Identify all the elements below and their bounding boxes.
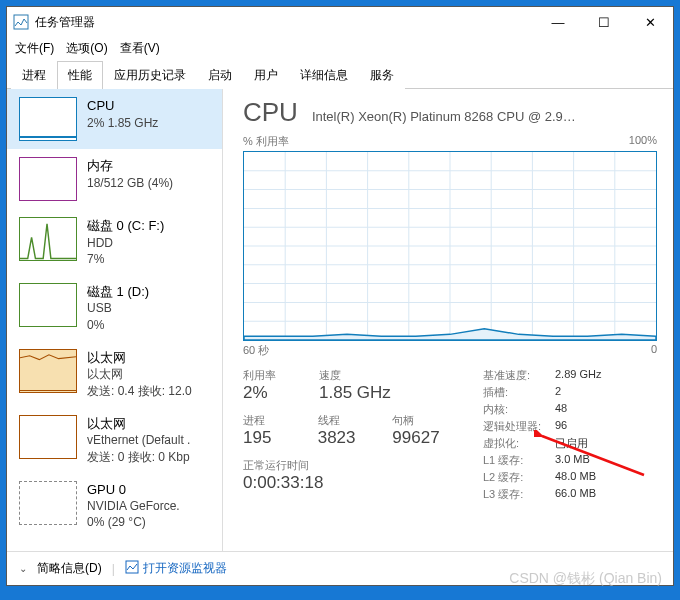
tab-startup[interactable]: 启动 [197, 61, 243, 89]
menu-options[interactable]: 选项(O) [66, 40, 107, 57]
sidebar-item-ethernet1[interactable]: 以太网vEthernet (Default .发送: 0 接收: 0 Kbp [7, 407, 222, 473]
sidebar-eth0-title: 以太网 [87, 349, 192, 367]
uptime-value: 0:00:33:18 [243, 473, 443, 493]
close-button[interactable]: ✕ [627, 7, 673, 37]
sockets: 2 [555, 385, 561, 400]
sidebar-cpu-title: CPU [87, 97, 158, 115]
tab-users[interactable]: 用户 [243, 61, 289, 89]
sidebar-disk0-title: 磁盘 0 (C: F:) [87, 217, 164, 235]
handles-value: 99627 [392, 428, 443, 448]
perf-sidebar[interactable]: CPU2% 1.85 GHz 内存18/512 GB (4%) 磁盘 0 (C:… [7, 89, 223, 551]
ethernet-thumb-icon [19, 349, 77, 393]
footer: ⌄ 简略信息(D) | 打开资源监视器 [7, 551, 673, 585]
disk-thumb-icon [19, 217, 77, 261]
processes-value: 195 [243, 428, 294, 448]
sidebar-disk1-title: 磁盘 1 (D:) [87, 283, 149, 301]
resource-monitor-icon [125, 560, 139, 577]
minimize-button[interactable]: — [535, 7, 581, 37]
sidebar-item-disk1[interactable]: 磁盘 1 (D:)USB0% [7, 275, 222, 341]
tab-performance[interactable]: 性能 [57, 61, 103, 89]
sidebar-item-gpu0[interactable]: GPU 0NVIDIA GeForce.0% (29 °C) [7, 473, 222, 539]
l3-cache: 66.0 MB [555, 487, 596, 502]
x-right: 0 [651, 343, 657, 358]
disk-thumb-icon [19, 283, 77, 327]
sidebar-mem-sub: 18/512 GB (4%) [87, 175, 173, 191]
base-speed: 2.89 GHz [555, 368, 601, 383]
tab-app-history[interactable]: 应用历史记录 [103, 61, 197, 89]
cpu-heading: CPU [243, 97, 298, 128]
sidebar-item-memory[interactable]: 内存18/512 GB (4%) [7, 149, 222, 209]
window-title: 任务管理器 [35, 14, 95, 31]
tabstrip: 进程 性能 应用历史记录 启动 用户 详细信息 服务 [7, 59, 673, 89]
sidebar-item-disk0[interactable]: 磁盘 0 (C: F:)HDD7% [7, 209, 222, 275]
ethernet-thumb-icon [19, 415, 77, 459]
app-icon [13, 14, 29, 30]
menu-file[interactable]: 文件(F) [15, 40, 54, 57]
cpu-specs: 基准速度:2.89 GHz 插槽:2 内核:48 逻辑处理器:96 虚拟化:已启… [483, 368, 657, 504]
sidebar-mem-title: 内存 [87, 157, 173, 175]
fewer-details[interactable]: 简略信息(D) [37, 560, 102, 577]
menubar: 文件(F) 选项(O) 查看(V) [7, 37, 673, 59]
speed-value: 1.85 GHz [319, 383, 429, 403]
x-left: 60 秒 [243, 343, 269, 358]
svg-rect-19 [126, 561, 138, 573]
titlebar[interactable]: 任务管理器 — ☐ ✕ [7, 7, 673, 37]
maximize-button[interactable]: ☐ [581, 7, 627, 37]
tab-details[interactable]: 详细信息 [289, 61, 359, 89]
gpu-thumb-icon [19, 481, 77, 525]
threads-value: 3823 [318, 428, 369, 448]
cpu-thumb-icon [19, 97, 77, 141]
uptime-label: 正常运行时间 [243, 458, 443, 473]
memory-thumb-icon [19, 157, 77, 201]
menu-view[interactable]: 查看(V) [120, 40, 160, 57]
tab-processes[interactable]: 进程 [11, 61, 57, 89]
sidebar-item-cpu[interactable]: CPU2% 1.85 GHz [7, 89, 222, 149]
sidebar-eth1-title: 以太网 [87, 415, 190, 433]
chevron-down-icon[interactable]: ⌄ [19, 563, 27, 574]
graph-max: 100% [629, 134, 657, 149]
sidebar-cpu-sub: 2% 1.85 GHz [87, 115, 158, 131]
body: CPU2% 1.85 GHz 内存18/512 GB (4%) 磁盘 0 (C:… [7, 89, 673, 551]
cpu-graph[interactable] [243, 151, 657, 341]
open-resource-monitor[interactable]: 打开资源监视器 [125, 560, 227, 577]
l1-cache: 3.0 MB [555, 453, 590, 468]
cores: 48 [555, 402, 567, 417]
l2-cache: 48.0 MB [555, 470, 596, 485]
logical-procs: 96 [555, 419, 567, 434]
util-value: 2% [243, 383, 295, 403]
sidebar-gpu0-title: GPU 0 [87, 481, 180, 499]
sidebar-item-ethernet0[interactable]: 以太网以太网发送: 0.4 接收: 12.0 [7, 341, 222, 407]
graph-title: % 利用率 [243, 134, 289, 149]
virtualization: 已启用 [555, 436, 588, 451]
task-manager-window: 任务管理器 — ☐ ✕ 文件(F) 选项(O) 查看(V) 进程 性能 应用历史… [6, 6, 674, 586]
perf-content: CPU Intel(R) Xeon(R) Platinum 8268 CPU @… [223, 89, 673, 551]
cpu-model: Intel(R) Xeon(R) Platinum 8268 CPU @ 2.9… [312, 109, 576, 124]
tab-services[interactable]: 服务 [359, 61, 405, 89]
